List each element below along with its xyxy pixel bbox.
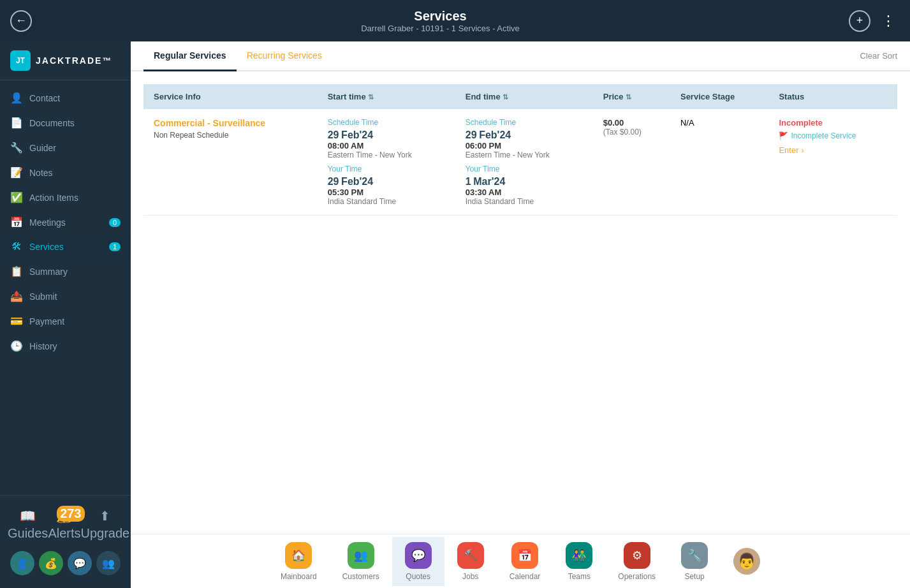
sidebar-item-history[interactable]: 🕒 History xyxy=(0,334,131,358)
services-badge: 1 xyxy=(109,242,121,251)
services-table: Service Info Start time ⇅ End time ⇅ Pri… xyxy=(143,84,897,216)
user-icon-3[interactable]: 💬 xyxy=(68,551,92,575)
sidebar-item-label: Payment xyxy=(29,316,64,327)
tabs-bar: Regular Services Recurring Services Clea… xyxy=(131,41,910,71)
sidebar-item-notes[interactable]: 📝 Notes xyxy=(0,160,131,185)
enter-button[interactable]: Enter › xyxy=(779,145,887,155)
sidebar-item-payment[interactable]: 💳 Payment xyxy=(0,309,131,334)
status-flag-text: Incomplete Service xyxy=(791,131,856,140)
action-items-icon: ✅ xyxy=(10,191,23,203)
status-flag: 🚩 Incomplete Service xyxy=(779,131,887,140)
col-start-time[interactable]: Start time ⇅ xyxy=(318,84,455,109)
services-icon: 🛠 xyxy=(10,241,23,253)
bottom-nav: 🏠 Mainboard 👥 Customers 💬 Quotes 🔨 Jobs … xyxy=(131,534,910,588)
mainboard-label: Mainboard xyxy=(281,572,317,581)
service-name[interactable]: Commercial - Surveillance xyxy=(154,118,307,128)
tab-regular-services[interactable]: Regular Services xyxy=(143,41,237,71)
bottom-nav-calendar[interactable]: 📅 Calendar xyxy=(497,537,554,586)
start-month: Feb'24 xyxy=(341,129,373,140)
end-date-num: 29 xyxy=(466,129,477,140)
bottom-nav-operations[interactable]: ⚙ Operations xyxy=(605,537,668,586)
clear-sort-button[interactable]: Clear Sort xyxy=(860,45,897,67)
calendar-label: Calendar xyxy=(510,572,541,581)
more-button[interactable]: ⋮ xyxy=(878,10,900,32)
sidebar-item-guider[interactable]: 🔧 Guider xyxy=(0,135,131,160)
sidebar-item-summary[interactable]: 📋 Summary xyxy=(0,259,131,284)
bottom-nav-customers[interactable]: 👥 Customers xyxy=(330,537,392,586)
enter-chevron-icon: › xyxy=(801,145,804,155)
sidebar-item-label: Submit xyxy=(29,291,57,302)
sidebar-bottom-icons: 📖 Guides 🔔 273 Alerts ⬆ Upgrade xyxy=(0,503,131,546)
sidebar-item-label: Action Items xyxy=(29,193,78,203)
end-schedule-label: Schedule Time xyxy=(466,118,583,127)
user-icon-1[interactable]: 👤 xyxy=(10,551,34,575)
cell-start-time: Schedule Time 29 Feb'24 08:00 AM Eastern… xyxy=(318,109,455,216)
sidebar-item-label: Summary xyxy=(29,267,68,277)
setup-label: Setup xyxy=(684,572,704,581)
service-type: Non Repeat Schedule xyxy=(154,131,307,140)
sort-icon-end: ⇅ xyxy=(503,93,508,101)
sidebar-item-label: Documents xyxy=(29,118,75,128)
add-button[interactable]: + xyxy=(849,10,870,32)
upgrade-button[interactable]: ⬆ Upgrade xyxy=(81,508,130,541)
guides-button[interactable]: 📖 Guides xyxy=(8,508,48,541)
alerts-label: Alerts xyxy=(48,526,80,541)
avatar-icon: 👨 xyxy=(737,552,756,570)
sidebar-item-label: Contact xyxy=(29,93,60,103)
start-zone: Eastern Time - New York xyxy=(328,151,445,159)
meetings-badge: 0 xyxy=(109,218,121,227)
calendar-icon: 📅 xyxy=(511,542,538,569)
col-end-time[interactable]: End time ⇅ xyxy=(455,84,593,109)
sidebar-item-label: Guider xyxy=(29,143,56,153)
table-container: Service Info Start time ⇅ End time ⇅ Pri… xyxy=(131,71,910,534)
teams-icon: 👫 xyxy=(566,542,592,569)
sidebar-item-contact[interactable]: 👤 Contact xyxy=(0,85,131,110)
back-button[interactable]: ← xyxy=(10,10,32,32)
end-your-date-num: 1 xyxy=(466,176,471,187)
cell-end-time: Schedule Time 29 Feb'24 06:00 PM Eastern… xyxy=(455,109,593,216)
sidebar-item-action-items[interactable]: ✅ Action Items xyxy=(0,185,131,210)
bottom-nav-jobs[interactable]: 🔨 Jobs xyxy=(444,537,497,586)
start-your-label: Your Time xyxy=(328,165,445,173)
bottom-nav-user-avatar[interactable]: 👨 xyxy=(721,543,773,580)
user-avatar: 👨 xyxy=(733,548,760,575)
sidebar-item-services[interactable]: 🛠 Services 1 xyxy=(0,235,131,259)
price-value: $0.00 xyxy=(603,118,660,128)
mainboard-icon: 🏠 xyxy=(285,542,312,569)
submit-icon: 📤 xyxy=(10,290,23,302)
logo-abbr: JT xyxy=(16,56,25,65)
alerts-badge: 273 xyxy=(57,506,84,522)
tab-recurring-services[interactable]: Recurring Services xyxy=(237,41,332,71)
bottom-nav-quotes[interactable]: 💬 Quotes xyxy=(392,537,444,586)
sidebar-item-meetings[interactable]: 📅 Meetings 0 xyxy=(0,210,131,235)
end-your-clock: 03:30 AM xyxy=(466,187,583,197)
page-subtitle: Darrell Graber - 10191 - 1 Services - Ac… xyxy=(361,24,520,33)
guides-icon: 📖 xyxy=(20,508,36,524)
sidebar-user-icons: 👤 💰 💬 👥 xyxy=(0,546,131,580)
sort-icon-start: ⇅ xyxy=(368,93,374,101)
bottom-nav-teams[interactable]: 👫 Teams xyxy=(553,537,605,586)
user-icon-4[interactable]: 👥 xyxy=(96,551,121,575)
sidebar-item-submit[interactable]: 📤 Submit xyxy=(0,284,131,309)
alerts-button[interactable]: 🔔 273 Alerts xyxy=(48,508,80,541)
notes-icon: 📝 xyxy=(10,166,23,179)
end-month: Feb'24 xyxy=(479,129,511,140)
bottom-nav-mainboard[interactable]: 🏠 Mainboard xyxy=(268,537,330,586)
setup-icon: 🔧 xyxy=(681,542,708,569)
sidebar-item-documents[interactable]: 📄 Documents xyxy=(0,110,131,135)
more-icon: ⋮ xyxy=(881,13,896,29)
start-clock: 08:00 AM xyxy=(328,141,445,151)
teams-label: Teams xyxy=(568,572,591,581)
start-schedule-label: Schedule Time xyxy=(328,118,445,127)
sidebar-bottom: 📖 Guides 🔔 273 Alerts ⬆ Upgrade 👤 💰 💬 👥 xyxy=(0,495,131,588)
guider-icon: 🔧 xyxy=(10,142,23,154)
col-price[interactable]: Price ⇅ xyxy=(593,84,670,109)
sidebar-item-label: History xyxy=(29,341,57,351)
top-header: ← Services Darrell Graber - 10191 - 1 Se… xyxy=(0,0,910,41)
payment-icon: 💳 xyxy=(10,315,23,327)
end-your-label: Your Time xyxy=(466,165,583,173)
col-service-info: Service Info xyxy=(143,84,318,109)
user-icon-2[interactable]: 💰 xyxy=(39,551,63,575)
history-icon: 🕒 xyxy=(10,340,23,352)
bottom-nav-setup[interactable]: 🔧 Setup xyxy=(668,537,721,586)
